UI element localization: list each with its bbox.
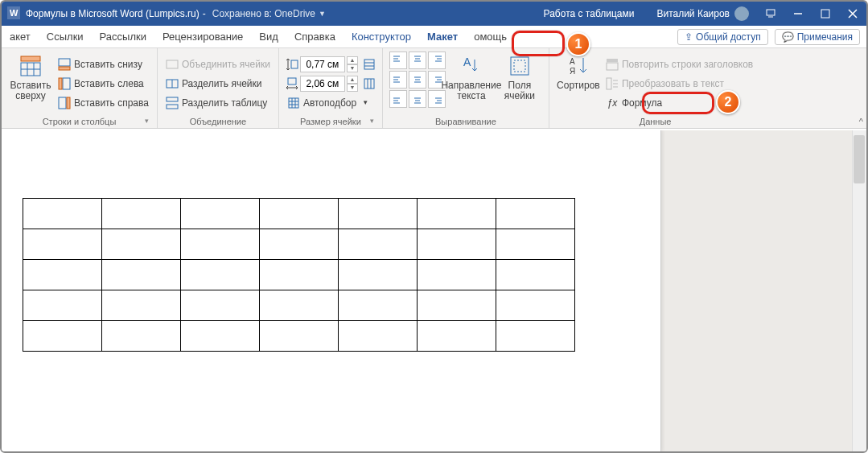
svg-text:A: A: [463, 56, 471, 68]
svg-rect-10: [59, 97, 66, 109]
dialog-launcher-icon[interactable]: ▾: [145, 117, 149, 125]
save-location[interactable]: Сохранено в: OneDrive: [212, 8, 315, 19]
user-account[interactable]: Виталий Каиров: [656, 6, 749, 21]
dialog-launcher-icon[interactable]: ▾: [370, 117, 374, 125]
group-label-alignment: Выравнивание: [389, 115, 542, 126]
svg-rect-20: [289, 98, 298, 108]
insert-above-icon: [18, 53, 43, 79]
group-label-data: Данные: [556, 115, 755, 126]
convert-text-button: Преобразовать в текст: [604, 75, 755, 93]
svg-rect-3: [821, 10, 829, 18]
distribute-rows-icon[interactable]: [363, 58, 376, 71]
tab-page-layout-partial[interactable]: акет: [2, 26, 39, 47]
svg-rect-19: [364, 79, 374, 89]
word-icon: W: [2, 6, 26, 22]
svg-rect-27: [607, 63, 618, 70]
width-spin-up[interactable]: ▲: [347, 76, 358, 84]
svg-rect-28: [607, 78, 611, 89]
tab-mailings[interactable]: Рассылки: [92, 26, 154, 47]
table-tools-context: Работа с таблицами: [533, 2, 646, 26]
vertical-scrollbar[interactable]: [852, 130, 866, 451]
chevron-down-icon: ▼: [362, 99, 368, 106]
insert-left-button[interactable]: Вставить слева: [56, 75, 150, 93]
sort-icon: AЯ: [566, 53, 591, 79]
svg-rect-6: [59, 59, 70, 66]
group-rows-columns: Вставить сверху Вставить снизу Вставить …: [2, 48, 158, 128]
avatar: [734, 6, 749, 21]
svg-rect-18: [288, 78, 296, 84]
tab-help[interactable]: Справка: [286, 26, 343, 47]
width-spin-down[interactable]: ▼: [347, 84, 358, 92]
sort-button[interactable]: AЯ Сортиров: [556, 51, 601, 115]
cell-margins-icon: [507, 53, 533, 79]
align-top-left[interactable]: [389, 51, 407, 69]
insert-above-button[interactable]: Вставить сверху: [8, 51, 53, 115]
merge-icon: [166, 58, 179, 71]
split-cells-button[interactable]: Разделить ячейки: [164, 75, 272, 93]
svg-rect-16: [291, 60, 298, 68]
svg-rect-22: [511, 57, 529, 75]
row-height-input[interactable]: [300, 56, 345, 72]
user-name: Виталий Каиров: [656, 8, 730, 19]
svg-rect-8: [63, 78, 70, 89]
formula-button[interactable]: ƒxФормула: [604, 94, 755, 112]
formula-icon: ƒx: [606, 97, 619, 109]
repeat-header-icon: [606, 58, 619, 71]
distribute-cols-icon[interactable]: [363, 77, 376, 90]
column-width-icon: [286, 77, 298, 90]
share-icon: ⇪: [685, 31, 693, 43]
align-top-center[interactable]: [409, 51, 426, 69]
repeat-header-button: Повторить строки заголовков: [604, 56, 755, 73]
insert-below-icon: [58, 58, 71, 71]
svg-rect-17: [364, 60, 374, 69]
group-data: AЯ Сортиров Повторить строки заголовков …: [549, 48, 761, 128]
text-direction-icon: A: [459, 53, 484, 79]
tab-table-design[interactable]: Конструктор: [343, 26, 419, 47]
column-width-input[interactable]: [300, 76, 345, 92]
split-cells-icon: [166, 77, 179, 90]
align-top-right[interactable]: [428, 51, 446, 69]
height-spin-down[interactable]: ▼: [347, 64, 358, 72]
convert-icon: [606, 77, 619, 90]
insert-below-button[interactable]: Вставить снизу: [56, 56, 150, 73]
insert-right-button[interactable]: Вставить справа: [56, 94, 150, 112]
tab-table-layout[interactable]: Макет: [419, 26, 466, 47]
tab-view[interactable]: Вид: [251, 26, 286, 47]
close-button[interactable]: [839, 2, 866, 26]
insert-left-icon: [58, 77, 71, 90]
document-title: Формулы в Microsoft Word (Lumpics.ru): [26, 8, 200, 19]
height-spin-up[interactable]: ▲: [347, 56, 358, 64]
scroll-thumb[interactable]: [854, 135, 865, 183]
row-height-icon: [286, 58, 298, 71]
align-mid-left[interactable]: [389, 71, 407, 89]
align-mid-center[interactable]: [409, 71, 426, 89]
chevron-down-icon[interactable]: ▼: [319, 10, 326, 18]
comments-button[interactable]: 💬 Примечания: [775, 29, 860, 45]
autofit-button[interactable]: Автоподбор▼: [286, 94, 376, 112]
collapse-ribbon-icon[interactable]: ^: [859, 117, 863, 126]
group-label-rows-columns: Строки и столбцы▾: [8, 115, 150, 126]
tab-review[interactable]: Рецензирование: [154, 26, 251, 47]
page[interactable]: [2, 130, 661, 451]
document-table[interactable]: [23, 198, 575, 352]
split-table-icon: [166, 97, 179, 109]
svg-rect-14: [167, 97, 178, 101]
merge-cells-button: Объединить ячейки: [164, 56, 272, 73]
minimize-button[interactable]: [784, 2, 812, 26]
svg-rect-9: [59, 78, 62, 89]
share-button[interactable]: ⇪ Общий доступ: [677, 29, 768, 45]
align-bot-left[interactable]: [389, 90, 407, 108]
align-bot-center[interactable]: [409, 90, 426, 108]
ribbon-options-button[interactable]: [757, 2, 784, 26]
text-direction-button[interactable]: A Направление текста: [449, 51, 494, 115]
split-table-button[interactable]: Разделить таблицу: [164, 94, 272, 112]
tab-tell-me-partial[interactable]: омощь: [466, 26, 515, 47]
maximize-button[interactable]: [812, 2, 839, 26]
cell-margins-button[interactable]: Поля ячейки: [497, 51, 542, 115]
svg-rect-15: [167, 105, 178, 109]
svg-text:W: W: [10, 8, 19, 18]
tab-links[interactable]: Ссылки: [39, 26, 92, 47]
document-canvas: [2, 130, 866, 451]
comment-icon: 💬: [782, 31, 794, 43]
svg-rect-12: [167, 60, 178, 68]
